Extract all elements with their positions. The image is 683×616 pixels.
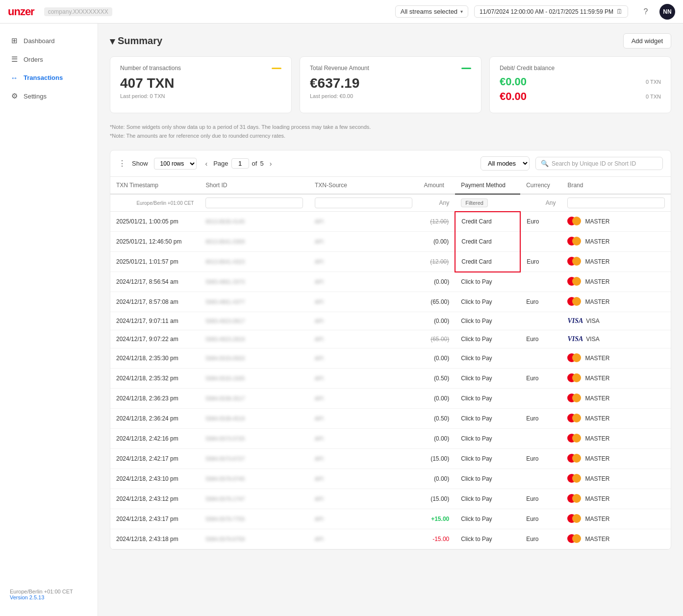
page-total: 5	[260, 160, 263, 167]
credit-row: €0.00 0 TXN	[500, 90, 661, 103]
stat-label: Total Revenue Amount	[310, 65, 471, 72]
table-row[interactable]: 2024/12/18, 2:42:16 pm5984.5573.5725API(…	[110, 429, 671, 449]
brand-cell: MASTER	[561, 509, 671, 529]
table-row[interactable]: 2024/12/18, 2:35:32 pm5984.5533.1505API(…	[110, 369, 671, 389]
avatar[interactable]: NN	[659, 4, 675, 20]
table-row[interactable]: 2025/01/21, 1:00:05 pm8013.8630.4145API(…	[110, 212, 671, 232]
amount-cell: (0.00)	[418, 469, 455, 489]
payment-method-cell: Click to Pay	[455, 489, 520, 509]
sidebar-item-settings[interactable]: ⚙Settings	[0, 87, 98, 105]
col-header-amount[interactable]: Amount	[418, 177, 455, 194]
column-filter-input[interactable]	[205, 197, 303, 208]
amount-cell: (0.50)	[418, 369, 455, 389]
txn-source-cell: API	[309, 469, 418, 489]
summary-header: ▾ Summary Add widget	[110, 33, 671, 49]
page-input[interactable]	[231, 158, 249, 169]
payment-method-cell: Click to Pay	[455, 429, 520, 449]
brand-cell: MASTER	[561, 469, 671, 489]
col-header-short-id[interactable]: Short ID	[200, 177, 309, 194]
txn-timestamp-cell: 2025/01/21, 12:46:50 pm	[110, 232, 200, 252]
note-text: *Note: The amounts are for reference onl…	[110, 132, 671, 141]
short-id-cell: 5983.4861.3373	[200, 272, 309, 292]
table-row[interactable]: 2024/12/18, 2:43:17 pm5984.5579.7755API+…	[110, 509, 671, 529]
collapse-arrow-icon[interactable]: ▾	[110, 35, 115, 47]
version-label: Version 2.5.13	[10, 594, 88, 600]
filter-row: Europe/Berlin +01:00 CETAnyFilteredAny	[110, 194, 671, 212]
col-header-payment-method[interactable]: Payment Method	[455, 177, 520, 194]
amount-cell: (0.00)	[418, 348, 455, 369]
table-row[interactable]: 2024/12/18, 2:43:18 pm5984.5579.6759API-…	[110, 529, 671, 549]
currency-cell: Euro	[520, 509, 561, 529]
table-row[interactable]: 2024/12/18, 2:36:24 pm5984.5538.4519API(…	[110, 409, 671, 429]
table-row[interactable]: 2024/12/18, 2:42:17 pm5984.5573.6727API(…	[110, 449, 671, 469]
stat-label: Number of transactions	[120, 65, 281, 72]
amount-cell: (15.00)	[418, 489, 455, 509]
mastercard-icon	[567, 277, 582, 287]
table-row[interactable]: 2024/12/17, 9:07:11 am5983.4923.0817API(…	[110, 312, 671, 330]
currency-cell: Euro	[520, 252, 561, 272]
short-id-cell: 5984.5579.6759	[200, 529, 309, 549]
txn-source-cell: API	[309, 272, 418, 292]
table-row[interactable]: 2025/01/21, 1:01:57 pm8013.8641.4323API(…	[110, 252, 671, 272]
stream-selector[interactable]: All streams selected ▾	[395, 5, 468, 18]
col-header-brand[interactable]: Brand	[561, 177, 671, 194]
filter-cell: Europe/Berlin +01:00 CET	[110, 194, 200, 212]
rows-per-page-select[interactable]: 100 rows50 rows25 rows	[154, 158, 197, 170]
stat-value: 407 TXN	[120, 75, 281, 91]
txn-source-cell: API	[309, 330, 418, 348]
column-filter-input[interactable]	[567, 197, 665, 208]
column-options-button[interactable]: ⋮	[118, 159, 126, 168]
mode-select[interactable]: All modesLiveSandbox	[481, 156, 530, 171]
table-row[interactable]: 2024/12/18, 2:36:23 pm5984.5538.3517API(…	[110, 389, 671, 409]
sidebar-item-orders[interactable]: ☰Orders	[0, 50, 98, 69]
filter-cell[interactable]	[200, 194, 309, 212]
payment-method-cell: Click to Pay	[455, 330, 520, 348]
stat-card-2: Debit/ Credit balance €0.00 0 TXN €0.00 …	[489, 56, 671, 113]
payment-method-cell: Credit Card	[455, 252, 520, 272]
table-row[interactable]: 2024/12/18, 2:43:12 pm5984.5579.1747API(…	[110, 489, 671, 509]
table-row[interactable]: 2024/12/17, 8:56:54 am5983.4861.3373API(…	[110, 272, 671, 292]
stat-card-1: Total Revenue Amount €637.19 Last period…	[300, 56, 481, 113]
txn-timestamp-cell: 2024/12/18, 2:43:17 pm	[110, 509, 200, 529]
brand-name: MASTER	[585, 516, 609, 522]
filter-cell[interactable]: Filtered	[455, 194, 520, 212]
brand-cell: MASTER	[561, 409, 671, 428]
mastercard-icon	[567, 534, 582, 544]
stat-label: Debit/ Credit balance	[500, 65, 661, 72]
filter-cell[interactable]	[561, 194, 671, 212]
brand-name: MASTER	[585, 218, 609, 225]
col-header-txn-timestamp[interactable]: TXN Timestamp	[110, 177, 200, 194]
show-label: Show	[132, 160, 148, 167]
filter-badge[interactable]: Filtered	[461, 198, 488, 207]
mastercard-icon	[567, 494, 582, 504]
col-header-txn-source[interactable]: TXN-Source	[309, 177, 418, 194]
short-id-cell: 5984.5579.7755	[200, 509, 309, 529]
prev-page-button[interactable]: ‹	[202, 159, 211, 169]
column-filter-input[interactable]	[315, 197, 412, 208]
sidebar-item-transactions[interactable]: ↔Transactions	[0, 69, 98, 87]
table-row[interactable]: 2024/12/17, 9:07:22 am5983.4923.2819API(…	[110, 330, 671, 348]
sidebar-item-dashboard[interactable]: ⊞Dashboard	[0, 31, 98, 50]
brand-cell: VISAVISA	[561, 312, 671, 330]
date-range-selector[interactable]: 11/07/2024 12:00:00 AM - 02/17/2025 11:5…	[474, 5, 628, 18]
next-page-button[interactable]: ›	[267, 159, 275, 169]
txn-source-cell: API	[309, 509, 418, 529]
table-row[interactable]: 2025/01/21, 12:46:50 pm8013.8641.0309API…	[110, 232, 671, 252]
filter-cell[interactable]	[309, 194, 418, 212]
currency-cell	[520, 232, 561, 252]
sidebar: ⊞Dashboard☰Orders↔Transactions⚙Settings …	[0, 24, 98, 616]
col-header-currency[interactable]: Currency	[520, 177, 561, 194]
table-row[interactable]: 2024/12/18, 2:35:30 pm5984.5533.0503API(…	[110, 348, 671, 369]
table-row[interactable]: 2024/12/18, 2:43:10 pm5984.5579.0745API(…	[110, 469, 671, 489]
txn-source-cell: API	[309, 292, 418, 312]
payment-method-cell: Credit Card	[455, 212, 520, 232]
table-row[interactable]: 2024/12/17, 8:57:08 am5983.4861.4377API(…	[110, 292, 671, 312]
search-box[interactable]: 🔍 Search by Unique ID or Short ID	[535, 157, 663, 170]
summary-title: ▾ Summary	[110, 35, 162, 47]
txn-timestamp-cell: 2024/12/18, 2:43:18 pm	[110, 529, 200, 549]
txn-source-cell: API	[309, 252, 418, 272]
orders-nav-icon: ☰	[10, 55, 19, 64]
help-button[interactable]: ?	[638, 4, 654, 20]
add-widget-button[interactable]: Add widget	[623, 33, 671, 49]
short-id-cell: 5983.4923.2819	[200, 330, 309, 348]
